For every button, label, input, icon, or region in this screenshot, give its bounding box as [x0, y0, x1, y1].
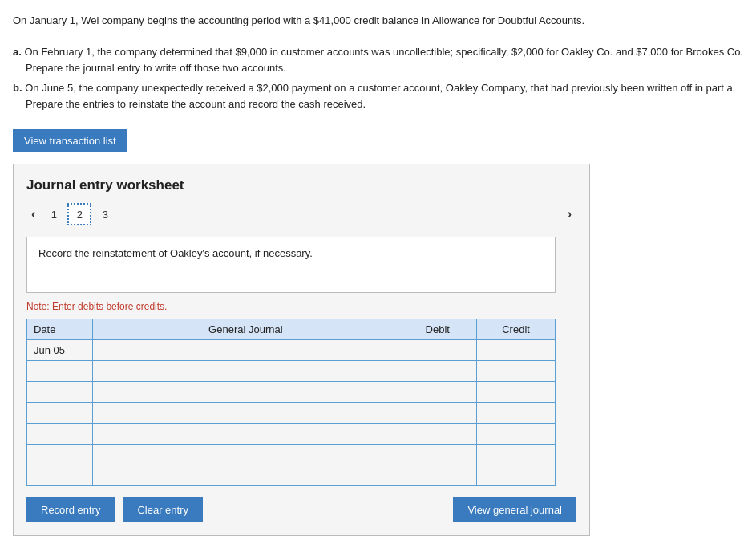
- col-header-general-journal: General Journal: [93, 319, 398, 340]
- intro-section: On January 1, Wei company begins the acc…: [13, 13, 743, 112]
- worksheet-container: Journal entry worksheet ‹ 1 2 3 › Record…: [13, 164, 590, 536]
- cell-date-1[interactable]: [27, 361, 93, 382]
- intro-part-a: a. On February 1, the company determined…: [13, 44, 743, 75]
- cell-debit-2[interactable]: [398, 382, 477, 403]
- cell-date-4[interactable]: [27, 424, 93, 445]
- cell-credit-3[interactable]: [477, 403, 556, 424]
- tab-2[interactable]: 2: [67, 203, 91, 225]
- cell-general-journal-6[interactable]: [93, 465, 398, 486]
- part-a-label: a.: [13, 46, 22, 58]
- cell-date-3[interactable]: [27, 403, 93, 424]
- cell-credit-6[interactable]: [477, 465, 556, 486]
- cell-general-journal-3[interactable]: [93, 403, 398, 424]
- record-entry-button[interactable]: Record entry: [26, 497, 115, 522]
- col-header-debit: Debit: [398, 319, 477, 340]
- part-b-label: b.: [13, 82, 22, 94]
- intro-part-b: b. On June 5, the company unexpectedly r…: [13, 80, 743, 112]
- table-row: [27, 403, 556, 424]
- table-row: [27, 465, 556, 486]
- cell-general-journal-4[interactable]: [93, 424, 398, 445]
- worksheet-title: Journal entry worksheet: [26, 177, 576, 193]
- prev-tab-button[interactable]: ‹: [26, 205, 40, 223]
- cell-general-journal-5[interactable]: [93, 445, 398, 465]
- cell-credit-0[interactable]: [477, 340, 556, 361]
- tab-navigation: ‹ 1 2 3 ›: [26, 203, 576, 225]
- part-b-text: On June 5, the company unexpectedly rece…: [25, 82, 735, 110]
- cell-credit-4[interactable]: [477, 424, 556, 445]
- cell-debit-1[interactable]: [398, 361, 477, 382]
- view-transactions-button[interactable]: View transaction list: [13, 129, 127, 152]
- table-row: Jun 05: [27, 340, 556, 361]
- cell-general-journal-2[interactable]: [93, 382, 398, 403]
- cell-debit-3[interactable]: [398, 403, 477, 424]
- table-row: [27, 424, 556, 445]
- intro-opening: On January 1, Wei company begins the acc…: [13, 13, 743, 29]
- cell-debit-6[interactable]: [398, 465, 477, 486]
- cell-credit-1[interactable]: [477, 361, 556, 382]
- cell-date-5[interactable]: [27, 445, 93, 465]
- cell-general-journal-0[interactable]: [93, 340, 398, 361]
- bottom-buttons: Record entry Clear entry View general jo…: [26, 497, 576, 522]
- cell-debit-5[interactable]: [398, 445, 477, 465]
- cell-date-0: Jun 05: [27, 340, 93, 361]
- cell-date-6[interactable]: [27, 465, 93, 486]
- table-row: [27, 361, 556, 382]
- cell-date-2[interactable]: [27, 382, 93, 403]
- table-row: [27, 382, 556, 403]
- note-text: Note: Enter debits before credits.: [26, 301, 576, 312]
- cell-credit-2[interactable]: [477, 382, 556, 403]
- col-header-credit: Credit: [477, 319, 556, 340]
- next-tab-button[interactable]: ›: [563, 205, 576, 223]
- instruction-box: Record the reinstatement of Oakley's acc…: [26, 237, 556, 293]
- table-row: [27, 445, 556, 465]
- cell-general-journal-1[interactable]: [93, 361, 398, 382]
- clear-entry-button[interactable]: Clear entry: [123, 497, 203, 522]
- instruction-text: Record the reinstatement of Oakley's acc…: [38, 247, 313, 259]
- col-header-date: Date: [27, 319, 93, 340]
- tab-3[interactable]: 3: [93, 203, 117, 225]
- cell-debit-4[interactable]: [398, 424, 477, 445]
- cell-debit-0[interactable]: [398, 340, 477, 361]
- cell-credit-5[interactable]: [477, 445, 556, 465]
- journal-table: Date General Journal Debit Credit Jun 05: [26, 319, 556, 486]
- view-general-journal-button[interactable]: View general journal: [453, 497, 576, 522]
- part-a-text: On February 1, the company determined th…: [24, 46, 743, 74]
- tab-1[interactable]: 1: [42, 203, 66, 225]
